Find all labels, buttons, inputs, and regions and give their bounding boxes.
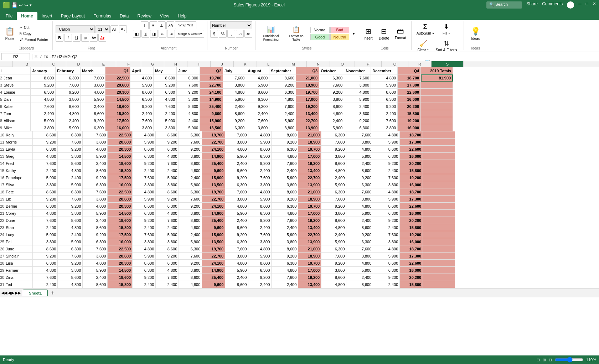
cell-29-dec[interactable]: 6,300 bbox=[373, 267, 400, 274]
cell-31-q4[interactable]: 15,800 bbox=[400, 281, 423, 288]
cell-20-q4[interactable]: 22,600 bbox=[400, 203, 423, 210]
scroll-sheet-tabs[interactable]: ◀◀◀▶▶▶ bbox=[1, 291, 21, 295]
cell-6-mar[interactable]: 2,400 bbox=[81, 103, 105, 110]
cell-13-nov[interactable]: 5,900 bbox=[346, 153, 373, 160]
cell-7-jan[interactable]: 2,400 bbox=[31, 110, 56, 117]
cell-8-jun[interactable]: 2,400 bbox=[177, 117, 200, 124]
cell-18-feb[interactable]: 6,300 bbox=[58, 188, 83, 196]
cell-5-q1[interactable]: 14,500 bbox=[105, 96, 130, 103]
cell-17-apr[interactable]: 3,800 bbox=[133, 181, 156, 188]
cell-28-q1[interactable]: 20,300 bbox=[108, 260, 133, 267]
cell-26-q4[interactable]: 18,700 bbox=[400, 245, 423, 253]
cell-6-feb[interactable]: 8,600 bbox=[56, 103, 81, 110]
row-header-17[interactable]: 17 bbox=[0, 181, 4, 188]
cell-18-jun[interactable]: 6,300 bbox=[179, 188, 202, 196]
cell-7-apr[interactable]: 2,400 bbox=[130, 110, 154, 117]
cell-1-dec[interactable]: December bbox=[371, 67, 398, 74]
row-header-21[interactable]: 21 bbox=[0, 210, 4, 217]
cell-3-total[interactable] bbox=[421, 82, 453, 89]
cell-23-q3[interactable]: 13,400 bbox=[298, 224, 321, 231]
cell-28-dec[interactable]: 8,600 bbox=[373, 260, 400, 267]
cell-27-nov[interactable]: 3,800 bbox=[346, 253, 373, 260]
cell-13-dec[interactable]: 6,300 bbox=[373, 153, 400, 160]
cell-19-q3[interactable]: 18,900 bbox=[298, 196, 321, 203]
cell-9-q1[interactable]: 16,000 bbox=[105, 124, 130, 131]
cell-8-apr[interactable]: 7,600 bbox=[130, 117, 154, 124]
cell-31-may[interactable]: 2,400 bbox=[156, 281, 179, 288]
cell-25-oct[interactable]: 5,900 bbox=[321, 238, 346, 245]
cell-7-q3[interactable]: 13,400 bbox=[296, 110, 319, 117]
cell-20-dec[interactable]: 8,600 bbox=[373, 203, 400, 210]
cell-2-q1[interactable]: 22,500 bbox=[105, 74, 130, 82]
cell-6-name[interactable]: Katie bbox=[2, 103, 31, 110]
cell-15-oct[interactable]: 4,800 bbox=[321, 167, 346, 174]
cell-7-aug[interactable]: 2,400 bbox=[246, 110, 269, 117]
cell-14-q3[interactable]: 19,200 bbox=[298, 160, 321, 167]
cell-17-q1[interactable]: 16,000 bbox=[108, 181, 133, 188]
cell-20-jan[interactable]: 6,300 bbox=[33, 203, 58, 210]
cell-27-sep[interactable]: 9,200 bbox=[272, 253, 298, 260]
cell-5-mar[interactable]: 5,900 bbox=[81, 96, 105, 103]
cell-1-apr[interactable]: April bbox=[130, 67, 154, 74]
cell-10-q1[interactable]: 22,500 bbox=[108, 131, 133, 139]
cell-30-q3[interactable]: 19,200 bbox=[298, 274, 321, 281]
align-center-button[interactable]: ◫ bbox=[141, 30, 149, 38]
cell-7-may[interactable]: 2,400 bbox=[154, 110, 177, 117]
cell-15-feb[interactable]: 4,800 bbox=[58, 167, 83, 174]
cell-10-mar[interactable]: 7,600 bbox=[83, 131, 108, 139]
cell-30-jan[interactable]: 7,600 bbox=[33, 274, 58, 281]
cell-30-may[interactable]: 7,600 bbox=[156, 274, 179, 281]
cell-11-jul[interactable]: 3,800 bbox=[225, 139, 248, 146]
cell-5-total[interactable] bbox=[421, 96, 453, 103]
cell-22-q1[interactable]: 18,600 bbox=[108, 217, 133, 224]
search-bar[interactable]: 🔍 Search bbox=[486, 1, 522, 9]
cell-22-dec[interactable]: 9,200 bbox=[373, 217, 400, 224]
cell-18-q4[interactable]: 18,700 bbox=[400, 188, 423, 196]
cell-15-dec[interactable]: 2,400 bbox=[373, 167, 400, 174]
percent-button[interactable]: % bbox=[219, 30, 227, 38]
cell-7-jun[interactable]: 4,800 bbox=[177, 110, 200, 117]
cell-14-may[interactable]: 7,600 bbox=[156, 160, 179, 167]
cell-19-apr[interactable]: 5,900 bbox=[133, 196, 156, 203]
format-button[interactable]: 🗃 Format bbox=[393, 26, 408, 41]
cell-11-mar[interactable]: 3,800 bbox=[83, 139, 108, 146]
row-header-27[interactable]: 27 bbox=[0, 253, 4, 260]
cell-14-q2[interactable]: 25,400 bbox=[202, 160, 225, 167]
fill-color-button[interactable]: A▾ bbox=[90, 34, 98, 42]
cell-24-q2[interactable]: 15,900 bbox=[202, 231, 225, 238]
cell-20-feb[interactable]: 9,200 bbox=[58, 203, 83, 210]
cell-9-apr[interactable]: 3,800 bbox=[130, 124, 154, 131]
style-neutral[interactable]: Neutral bbox=[330, 34, 349, 40]
cell-14-jan[interactable]: 7,600 bbox=[33, 160, 58, 167]
cell-25-q3[interactable]: 13,900 bbox=[298, 238, 321, 245]
cell-3-apr[interactable]: 5,900 bbox=[130, 82, 154, 89]
cut-button[interactable]: ✂ Cut bbox=[18, 25, 50, 30]
cell-25-jan[interactable]: 3,800 bbox=[33, 238, 58, 245]
cell-3-oct[interactable]: 7,600 bbox=[319, 82, 344, 89]
cell-2-q3[interactable]: 21,000 bbox=[296, 74, 319, 82]
cell-22-sep[interactable]: 7,600 bbox=[272, 217, 298, 224]
cell-19-jun[interactable]: 7,600 bbox=[179, 196, 202, 203]
cell-18-dec[interactable]: 4,800 bbox=[373, 188, 400, 196]
cell-29-jul[interactable]: 5,900 bbox=[225, 267, 248, 274]
cell-10-may[interactable]: 8,600 bbox=[156, 131, 179, 139]
cell-9-aug[interactable]: 3,800 bbox=[246, 124, 269, 131]
cell-24-nov[interactable]: 9,200 bbox=[346, 231, 373, 238]
cell-21-total[interactable] bbox=[423, 210, 455, 217]
cell-31-q1[interactable]: 15,800 bbox=[108, 281, 133, 288]
cell-17-q4[interactable]: 16,000 bbox=[400, 181, 423, 188]
col-header-i[interactable]: I bbox=[187, 61, 211, 67]
cell-28-aug[interactable]: 8,600 bbox=[248, 260, 272, 267]
cell-28-q2[interactable]: 24,100 bbox=[202, 260, 225, 267]
col-header-o[interactable]: O bbox=[330, 61, 355, 67]
cell-7-feb[interactable]: 4,800 bbox=[56, 110, 81, 117]
cell-19-dec[interactable]: 5,900 bbox=[373, 196, 400, 203]
cell-11-aug[interactable]: 5,900 bbox=[248, 139, 272, 146]
cell-7-q1[interactable]: 15,800 bbox=[105, 110, 130, 117]
tab-data[interactable]: Data bbox=[115, 12, 133, 20]
cell-29-q4[interactable]: 16,000 bbox=[400, 267, 423, 274]
cell-2-dec[interactable]: 4,800 bbox=[371, 74, 398, 82]
cell-23-feb[interactable]: 4,800 bbox=[58, 224, 83, 231]
indent-decrease-button[interactable]: ⇤ bbox=[159, 30, 166, 38]
cell-19-name[interactable]: Liz bbox=[4, 196, 33, 203]
